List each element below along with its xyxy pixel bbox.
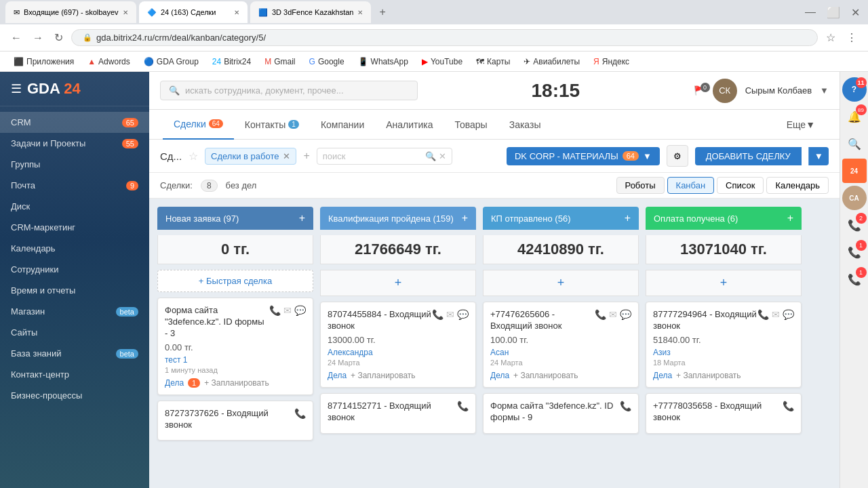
deal-card-sent-1[interactable]: +77476265606 - Входящий звонок 📞 ✉ 💬 100… — [483, 302, 639, 388]
email-icon-new-1[interactable]: ✉ — [283, 305, 292, 316]
view-calendar-button[interactable]: Календарь — [766, 177, 829, 194]
search-filter-input[interactable]: поиск 🔍 ✕ — [317, 148, 452, 165]
browser-tab-gmail[interactable]: ✉ Входящие (697) - skolbayev7@... ✕ — [5, 1, 136, 23]
crm-nav-contacts[interactable]: Контакты 1 — [234, 110, 310, 140]
call-button-3[interactable]: 📞 1 — [842, 267, 867, 291]
deal-plan-btn-p1[interactable]: + Запланировать — [676, 371, 741, 380]
deal-plan-btn-s1[interactable]: + Запланировать — [513, 371, 578, 380]
phone-icon-s2[interactable]: 📞 — [620, 401, 631, 411]
sidebar-item-sites[interactable]: Сайты — [0, 322, 149, 343]
bookmark-gmail[interactable]: M Gmail — [259, 56, 300, 68]
bookmark-whatsapp[interactable]: 📱 WhatsApp — [353, 56, 414, 68]
global-search-bar[interactable]: 🔍 искать сотрудника, документ, прочее... — [160, 81, 418, 100]
crm-nav-companies[interactable]: Компании — [310, 110, 375, 140]
email-icon-q1[interactable]: ✉ — [446, 309, 454, 320]
bookmark-maps[interactable]: 🗺 Карты — [471, 56, 515, 68]
3dfence-tab-close[interactable]: ✕ — [357, 9, 363, 16]
column-qualified-plus[interactable]: + — [320, 270, 476, 296]
chat-icon-q1[interactable]: 💬 — [457, 309, 469, 320]
search-filter-clear-icon[interactable]: ✕ — [439, 151, 446, 161]
kanban-settings-button[interactable]: ⚙ — [667, 145, 688, 167]
new-tab-button[interactable]: + — [374, 3, 391, 21]
crm-nav-deals[interactable]: Сделки 64 — [163, 110, 234, 140]
close-browser-button[interactable]: ✕ — [848, 3, 863, 22]
deal-card-qualified-1[interactable]: 87074455884 - Входящий звонок 📞 ✉ 💬 1300… — [320, 302, 476, 388]
notifications-button[interactable]: 🔔 89 — [842, 104, 867, 129]
user-dropdown-icon[interactable]: ▼ — [820, 85, 829, 96]
back-button[interactable]: ← — [8, 29, 24, 47]
deal-card-paid-1[interactable]: 87777294964 - Входящий звонок 📞 ✉ 💬 5184… — [646, 302, 802, 388]
add-deal-button[interactable]: ДОБАВИТЬ СДЕЛКУ — [695, 147, 802, 165]
user-small-avatar[interactable]: CA — [842, 186, 867, 210]
deal-plan-btn-new-1[interactable]: + Запланировать — [204, 378, 269, 388]
user-name[interactable]: Сырым Колбаев — [745, 85, 812, 96]
sidebar-item-knowledge[interactable]: База знаний beta — [0, 343, 149, 364]
more-button[interactable]: ⋮ — [844, 28, 860, 47]
bookmark-adwords[interactable]: ▲ Adwords — [82, 56, 136, 68]
bookmark-google[interactable]: G Google — [304, 56, 350, 68]
deal-contact-qualified-1[interactable]: Александра — [328, 348, 469, 357]
forward-button[interactable]: → — [30, 29, 46, 47]
address-bar[interactable]: 🔒 gda.bitrix24.ru/crm/deal/kanban/catego… — [71, 29, 818, 46]
deal-card-new-2[interactable]: 87273737626 - Входящий звонок 📞 — [157, 401, 313, 441]
hamburger-icon[interactable]: ☰ — [11, 81, 22, 96]
bookmark-avia[interactable]: ✈ Авиабилеты — [518, 56, 585, 68]
phone-icon-s1[interactable]: 📞 — [595, 309, 606, 320]
deal-plan-btn-q1[interactable]: + Запланировать — [351, 371, 416, 380]
phone-icon-p2[interactable]: 📞 — [783, 401, 794, 411]
bookmark-youtube[interactable]: ▶ YouTube — [416, 56, 468, 68]
view-kanban-button[interactable]: Канбан — [667, 177, 715, 194]
deal-deals-btn-p1[interactable]: Дела — [653, 371, 672, 380]
bookmark-bitrix[interactable]: 24 Bitrix24 — [207, 56, 256, 68]
column-new-add-icon[interactable]: + — [299, 212, 305, 224]
deal-deals-btn-q1[interactable]: Дела — [328, 371, 347, 380]
deal-contact-sent-1[interactable]: Асан — [490, 348, 631, 357]
global-search-button[interactable]: 🔍 — [842, 131, 867, 156]
deal-deals-btn-new-1[interactable]: Дела — [165, 378, 184, 388]
sidebar-item-contact-center[interactable]: Контакт-центр — [0, 364, 149, 385]
deal-deals-btn-s1[interactable]: Дела — [490, 371, 509, 380]
sidebar-item-mail[interactable]: Почта 9 — [0, 175, 149, 196]
browser-tab-crm[interactable]: 🔷 24 (163) Сделки ✕ — [139, 1, 248, 23]
add-quick-deal-button[interactable]: + Быстрая сделка — [157, 270, 313, 292]
phone-icon-q2[interactable]: 📞 — [457, 401, 469, 411]
column-paid-plus[interactable]: + — [646, 270, 802, 296]
call-button-1[interactable]: 📞 2 — [842, 213, 867, 237]
sidebar-item-employees[interactable]: Сотрудники — [0, 259, 149, 280]
column-sent-plus[interactable]: + — [483, 270, 639, 296]
crm-tab-close[interactable]: ✕ — [234, 9, 239, 16]
sidebar-item-tasks[interactable]: Задачи и Проекты 55 — [0, 133, 149, 154]
sidebar-item-shop[interactable]: Магазин beta — [0, 301, 149, 322]
view-list-button[interactable]: Список — [717, 177, 764, 194]
bookmark-yandex[interactable]: Я Яндекс — [588, 56, 635, 68]
deal-card-sent-2[interactable]: Форма сайта "3defence.kz". ID формы - 9 … — [483, 393, 639, 434]
column-paid-add-icon[interactable]: + — [787, 212, 793, 224]
bookmark-gda[interactable]: 🔵 GDA Group — [138, 56, 204, 68]
sidebar-item-crm[interactable]: CRM 65 — [0, 112, 149, 133]
crm-nav-analytics[interactable]: Аналитика — [375, 110, 443, 140]
notification-flag-button[interactable]: 🚩 0 — [694, 85, 705, 96]
chat-icon-s1[interactable]: 💬 — [620, 309, 631, 320]
chat-icon-new-1[interactable]: 💬 — [294, 305, 306, 316]
crm-nav-orders[interactable]: Заказы — [498, 110, 552, 140]
browser-tab-3dfence[interactable]: 🟦 3D 3dFence Kazakhstan ✕ — [250, 1, 371, 23]
sidebar-item-crm-marketing[interactable]: CRM-маркетинг — [0, 217, 149, 238]
bitrix24-button[interactable]: 24 — [842, 159, 867, 183]
crm-nav-goods[interactable]: Товары — [444, 110, 498, 140]
call-button-2[interactable]: 📞 1 — [842, 240, 867, 264]
add-deal-dropdown-button[interactable]: ▼ — [808, 147, 829, 165]
pipeline-selector[interactable]: DK CORP - МАТЕРИАЛЫ 64 ▼ — [507, 147, 660, 165]
filter-tag-close-icon[interactable]: ✕ — [283, 151, 290, 161]
help-button[interactable]: ? 11 — [842, 77, 867, 102]
robots-button[interactable]: Роботы — [616, 177, 665, 194]
reload-button[interactable]: ↻ — [52, 28, 66, 47]
chat-icon-p1[interactable]: 💬 — [783, 309, 794, 320]
minimize-button[interactable]: — — [802, 3, 818, 22]
sidebar-item-disk[interactable]: Диск — [0, 196, 149, 217]
phone-icon-new-2[interactable]: 📞 — [294, 408, 306, 419]
gmail-tab-close[interactable]: ✕ — [123, 9, 128, 16]
column-sent-add-icon[interactable]: + — [625, 212, 631, 224]
bookmark-apps[interactable]: ⬛ Приложения — [8, 56, 79, 68]
user-avatar[interactable]: СК — [713, 79, 737, 103]
sidebar-item-groups[interactable]: Группы — [0, 154, 149, 175]
